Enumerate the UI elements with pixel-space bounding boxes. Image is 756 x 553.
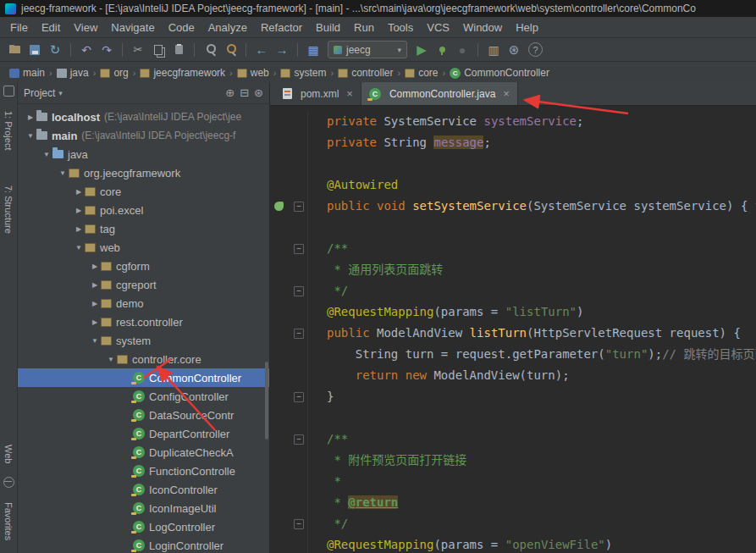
breadcrumb-java[interactable]: java — [54, 65, 91, 80]
fold-marker-icon[interactable]: − — [294, 392, 304, 402]
open-icon[interactable] — [5, 41, 24, 58]
paste-icon[interactable] — [169, 41, 188, 58]
tree-row-demo[interactable]: ▶demo — [18, 294, 269, 312]
tree-row-logcontroller[interactable]: CLogController — [18, 517, 269, 536]
tree-row-iconimageutil[interactable]: CIconImageUtil — [18, 499, 269, 517]
sync-icon[interactable] — [46, 41, 64, 58]
chevron-collapsed-icon[interactable]: ▶ — [89, 263, 101, 270]
breadcrumb-controller[interactable]: controller — [335, 65, 395, 80]
tree-row-configcontroller[interactable]: CConfigController — [18, 387, 269, 406]
tree-row-system[interactable]: ▼system — [18, 331, 269, 350]
tree-row-java[interactable]: ▼java — [18, 145, 269, 163]
tree-row-core[interactable]: ▶core — [18, 182, 269, 201]
redo-icon[interactable] — [97, 41, 116, 58]
breadcrumb-jeecgframework[interactable]: jeecgframework — [137, 65, 228, 80]
tree-row-datasourcecontr[interactable]: CDataSourceContr — [18, 406, 269, 424]
menu-file[interactable]: File — [3, 19, 35, 36]
fold-marker-icon[interactable]: − — [294, 519, 304, 529]
close-icon[interactable]: × — [346, 87, 353, 100]
stripe-project[interactable]: 1: Project — [1, 97, 15, 163]
menu-vcs[interactable]: VCS — [420, 19, 456, 36]
stripe-web[interactable]: Web — [1, 436, 15, 472]
breadcrumb-commoncontroller[interactable]: CCommonController — [447, 65, 552, 80]
scroll-from-source-icon[interactable]: ⊕ — [225, 86, 235, 99]
fold-marker-icon[interactable]: − — [294, 434, 304, 445]
save-icon[interactable] — [25, 41, 44, 58]
copy-icon[interactable] — [149, 41, 168, 58]
tree-row-logincontroller[interactable]: CLoginController — [18, 536, 269, 553]
tree-row-functioncontrolle[interactable]: CFunctionControlle — [18, 462, 269, 480]
tree-row-departcontroller[interactable]: CDepartController — [18, 424, 269, 443]
find-icon[interactable] — [201, 41, 219, 58]
menu-code[interactable]: Code — [162, 19, 201, 36]
menu-help[interactable]: Help — [509, 19, 545, 36]
chevron-collapsed-icon[interactable]: ▶ — [73, 207, 85, 214]
tree-row-cgreport[interactable]: ▶cgreport — [18, 275, 269, 294]
fold-marker-icon[interactable]: − — [294, 329, 304, 339]
settings-gear-icon[interactable]: ⊛ — [254, 86, 263, 99]
chevron-expanded-icon[interactable]: ▼ — [41, 151, 52, 158]
chevron-collapsed-icon[interactable]: ▶ — [89, 300, 101, 307]
chevron-collapsed-icon[interactable]: ▶ — [73, 225, 85, 233]
chevron-expanded-icon[interactable]: ▼ — [57, 169, 69, 177]
chevron-expanded-icon[interactable]: ▼ — [73, 244, 85, 252]
project-panel-title[interactable]: Project — [24, 87, 55, 99]
undo-icon[interactable] — [77, 41, 96, 58]
breadcrumb-main[interactable]: main — [7, 65, 47, 80]
help-icon[interactable] — [528, 42, 543, 57]
globe-icon[interactable] — [3, 477, 14, 488]
stripe-favorites[interactable]: Favorites — [1, 494, 15, 550]
chevron-expanded-icon[interactable]: ▼ — [89, 337, 101, 345]
tree-row-duplicatechecka[interactable]: CDuplicateCheckA — [18, 443, 269, 462]
stripe-structure[interactable]: 7: Structure — [1, 169, 15, 250]
chevron-collapsed-icon[interactable]: ▶ — [89, 318, 101, 326]
maven-icon[interactable] — [484, 41, 503, 58]
menu-analyze[interactable]: Analyze — [201, 19, 254, 36]
tree-row-main[interactable]: ▼main(E:\java\InteliJ IDEA Poject\jeecg-… — [18, 126, 269, 145]
breadcrumb-system[interactable]: system — [278, 65, 328, 80]
tree-row-tag[interactable]: ▶tag — [18, 219, 269, 238]
menu-tools[interactable]: Tools — [381, 19, 420, 36]
chevron-expanded-icon[interactable]: ▼ — [25, 132, 36, 140]
menu-view[interactable]: View — [67, 19, 104, 36]
fold-marker-icon[interactable]: − — [294, 286, 304, 296]
coverage-icon[interactable] — [433, 41, 451, 58]
chevron-expanded-icon[interactable]: ▼ — [105, 356, 117, 363]
back-icon[interactable] — [252, 41, 271, 58]
breadcrumb-core[interactable]: core — [402, 65, 440, 80]
run-config-select[interactable]: jeecg▾ — [328, 41, 407, 58]
tab-commoncontroller.java[interactable]: CCommonController.java× — [361, 82, 518, 105]
chevron-collapsed-icon[interactable]: ▶ — [73, 188, 85, 196]
breadcrumb-org[interactable]: org — [97, 65, 130, 80]
tree-row-poi.excel[interactable]: ▶poi.excel — [18, 201, 269, 219]
tree-row-cgform[interactable]: ▶cgform — [18, 257, 269, 275]
tab-pom.xml[interactable]: pom.xml× — [275, 82, 361, 105]
menu-build[interactable]: Build — [309, 19, 347, 36]
fold-marker-icon[interactable]: − — [294, 244, 304, 254]
spring-bean-icon[interactable] — [274, 202, 284, 211]
tree-row-localhost[interactable]: ▶localhost(E:\java\InteliJ IDEA Poject\j… — [18, 108, 269, 126]
menu-navigate[interactable]: Navigate — [104, 19, 161, 36]
menu-refactor[interactable]: Refactor — [254, 19, 309, 36]
tree-row-rest.controller[interactable]: ▶rest.controller — [18, 312, 269, 331]
run-icon[interactable] — [412, 41, 431, 58]
tree-row-commoncontroller[interactable]: CCommonController — [18, 368, 269, 387]
menu-run[interactable]: Run — [347, 19, 381, 36]
tree-scrollbar[interactable] — [265, 362, 268, 440]
replace-icon[interactable] — [221, 41, 240, 58]
menu-window[interactable]: Window — [456, 19, 509, 36]
tree-row-web[interactable]: ▼web — [18, 238, 269, 257]
menu-edit[interactable]: Edit — [35, 19, 67, 36]
breadcrumb-web[interactable]: web — [235, 65, 272, 80]
tree-row-controller.core[interactable]: ▼controller.core — [18, 350, 269, 368]
editor-code[interactable]: private SystemService systemService;priv… — [270, 106, 756, 553]
chevron-collapsed-icon[interactable]: ▶ — [25, 113, 36, 121]
toolwindow-icon[interactable] — [3, 86, 14, 97]
tree-row-iconcontroller[interactable]: CIconController — [18, 480, 269, 499]
modules-icon[interactable] — [304, 41, 323, 58]
settings-icon[interactable] — [505, 41, 523, 58]
chevron-collapsed-icon[interactable]: ▶ — [89, 281, 101, 289]
close-icon[interactable]: × — [503, 87, 510, 100]
debug-icon[interactable] — [453, 41, 472, 58]
tree-row-org.jeecgframework[interactable]: ▼org.jeecgframework — [18, 163, 269, 182]
